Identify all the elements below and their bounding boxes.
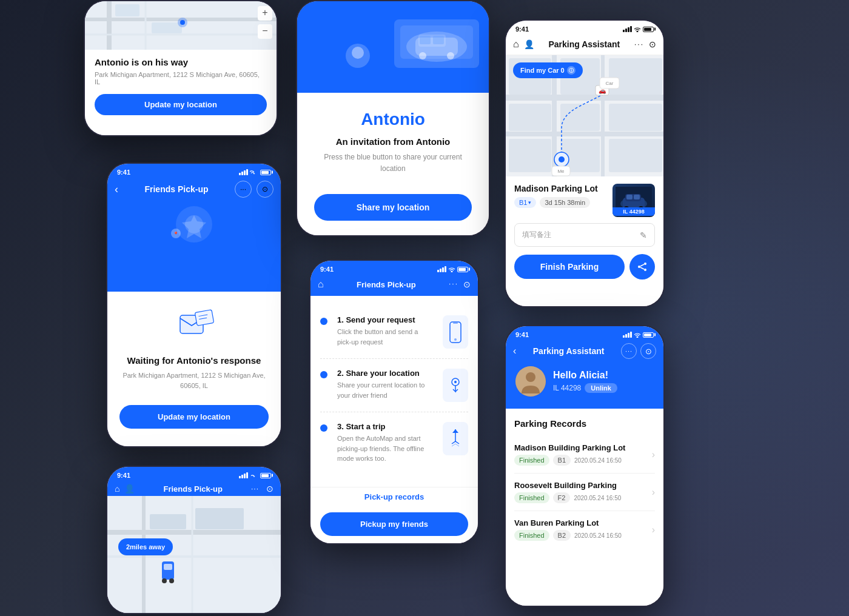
target-icon-p5[interactable]: ⊙ (463, 280, 471, 289)
blue-header-p3: 9:41 ⌂ 👤 Friends Pick-up ··· (107, 467, 281, 496)
update-location-button-p2[interactable]: Update my location (119, 405, 269, 429)
person-icon-p6: 👤 (524, 39, 534, 49)
record-item-1[interactable]: Madison Building Parking Lot Finished B1… (514, 436, 655, 474)
parking-lot-name: Madison Parking Lot (514, 184, 606, 193)
phone-map-miles: 9:41 ⌂ 👤 Friends Pick-up ··· (106, 466, 282, 614)
profile-section: Hello Alicia! IL 44298 Unlink (506, 366, 663, 397)
invitation-header (297, 1, 489, 93)
svg-text:2miles away: 2miles away (126, 543, 166, 551)
svg-text:+: + (262, 7, 267, 18)
record-item-3[interactable]: Van Buren Parking Lot Finished B2 2020.0… (514, 511, 655, 548)
note-input[interactable]: 填写备注 ✎ (514, 223, 655, 247)
svg-point-51 (454, 381, 457, 383)
time-tag: 3d 15h 38min (540, 197, 590, 208)
share-location-button[interactable]: Share my location (314, 194, 472, 221)
pickup-friends-button[interactable]: Pickup my friends (320, 512, 468, 536)
antonio-name: Antonio (361, 110, 425, 129)
parking-photo: IL 44298 (612, 184, 655, 217)
svg-point-8 (180, 20, 185, 25)
edit-icon: ✎ (640, 230, 647, 240)
step-2: 2. Share your location Share your curren… (320, 359, 468, 412)
invitation-subtitle: An invitation from Antonio (336, 136, 451, 147)
wifi-icon-p6 (634, 27, 641, 32)
step1-title: 1. Send your request (337, 315, 433, 324)
more-icon-p2[interactable]: ··· (235, 181, 252, 198)
svg-rect-79 (626, 195, 633, 199)
finish-parking-button[interactable]: Finish Parking (514, 255, 625, 279)
floor-tag: B1 ▾ (514, 197, 536, 208)
parking-info: Madison Parking Lot B1 ▾ 3d 15h 38min (506, 176, 663, 306)
svg-rect-63 (609, 104, 662, 131)
svg-rect-31 (164, 564, 172, 570)
target-icon-p6[interactable]: ⊙ (649, 39, 656, 49)
svg-point-46 (451, 270, 453, 272)
map-p3: 2miles away (107, 496, 281, 613)
step-3: 3. Start a trip Open the AutoMap and sta… (320, 412, 468, 474)
svg-text:−: − (262, 25, 267, 36)
step3-icon (443, 422, 468, 455)
invitation-desc: Press the blue button to share your curr… (314, 152, 472, 175)
home-icon-p6: ⌂ (513, 39, 519, 50)
chevron-right-3: › (652, 524, 655, 535)
phone-parking-assistant: 9:41 ⌂ 👤 Parking Assistant ··· ⊙ (505, 19, 665, 307)
invitation-content: Antonio An invitation from Antonio Press… (297, 93, 489, 235)
svg-rect-42 (420, 36, 431, 44)
svg-point-85 (644, 269, 646, 271)
step1-icon (443, 315, 468, 349)
step-1: 1. Send your request Click the button an… (320, 306, 468, 359)
battery-p5 (457, 267, 468, 272)
antonio-status-subtitle: Park Michigan Apartment, 1212 S Michigan… (95, 71, 267, 85)
step1-desc: Click the button and send a pick-up requ… (337, 327, 433, 347)
phone-antonio-invitation: Antonio An invitation from Antonio Press… (296, 0, 490, 236)
parking-assistant-title-p6: Parking Assistant (534, 39, 634, 49)
svg-rect-48 (453, 323, 458, 324)
svg-point-52 (637, 30, 639, 32)
wifi-icon-p3 (250, 472, 258, 478)
phone-update-location: + − Antonio is on his way Park Michigan … (84, 0, 278, 136)
waiting-icon (119, 306, 269, 346)
info-icon: ⓘ (567, 66, 576, 75)
svg-line-88 (640, 267, 644, 269)
svg-point-33 (169, 578, 174, 583)
steps-content: 1. Send your request Click the button an… (310, 296, 478, 487)
svg-rect-27 (195, 508, 244, 529)
more-icon-p5[interactable]: ··· (449, 280, 458, 289)
phone-hello-alicia: 9:41 ‹ Parking Assistant ··· (505, 325, 665, 607)
svg-rect-5 (115, 4, 139, 16)
svg-point-89 (637, 336, 639, 338)
pickup-records-link[interactable]: Pick-up records (320, 487, 468, 506)
target-icon-p2[interactable]: ⊙ (257, 181, 273, 198)
step2-icon (443, 369, 468, 402)
svg-rect-62 (609, 58, 662, 95)
svg-rect-64 (509, 139, 551, 172)
more-icon-p6[interactable]: ··· (634, 40, 644, 49)
svg-rect-80 (634, 195, 640, 199)
wifi-icon-p5 (448, 267, 455, 272)
svg-point-86 (638, 266, 640, 268)
svg-text:📍: 📍 (173, 231, 179, 237)
target-icon-p7[interactable]: ⊙ (640, 343, 656, 359)
nav-title-p7: Parking Assistant (516, 346, 621, 356)
svg-point-84 (644, 263, 646, 265)
share-button-p6[interactable] (629, 254, 655, 280)
svg-rect-26 (150, 514, 186, 529)
step3-title: 3. Start a trip (337, 422, 433, 431)
svg-text:Me: Me (557, 169, 565, 174)
update-location-button[interactable]: Update my location (95, 94, 267, 115)
wifi-icon-p7 (634, 332, 641, 338)
battery-p7 (643, 332, 654, 338)
battery-p6 (643, 27, 654, 32)
record-item-2[interactable]: Roosevelt Building Parking Finished F2 2… (514, 474, 655, 511)
chevron-right-2: › (652, 487, 655, 498)
step2-title: 2. Share your location (337, 369, 433, 378)
find-my-car-bubble[interactable]: Find my Car 0 ⓘ (513, 62, 583, 78)
svg-rect-18 (195, 310, 213, 326)
unlink-button[interactable]: Unlink (585, 383, 617, 393)
blue-map-decoration: 📍 (107, 200, 281, 249)
waiting-title: Waiting for Antonio's response (119, 355, 269, 366)
nav-p6: ⌂ 👤 Parking Assistant ··· ⊙ (506, 35, 663, 55)
svg-line-87 (640, 264, 644, 266)
svg-point-38 (352, 47, 364, 59)
greeting-text: Hello Alicia! (553, 370, 654, 381)
more-icon-p7[interactable]: ··· (621, 343, 637, 359)
